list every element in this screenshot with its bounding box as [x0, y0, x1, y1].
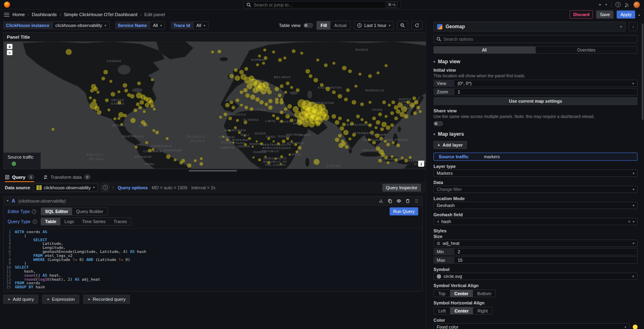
eye-icon[interactable]: [396, 199, 401, 203]
fill-option[interactable]: Fill: [317, 21, 330, 29]
align-top-option[interactable]: Top: [434, 290, 450, 297]
panel-resize-handle[interactable]: [189, 170, 237, 172]
options-search-field[interactable]: [444, 37, 635, 41]
add-layer-button[interactable]: +Add layer: [433, 141, 467, 149]
data-filter-select[interactable]: Change filter▾: [433, 186, 638, 193]
align-left-option[interactable]: Left: [434, 307, 450, 314]
query-type-timeseries[interactable]: Time Series: [78, 218, 109, 225]
breadcrumb-separator: ›: [140, 12, 141, 17]
collapse-options-button[interactable]: ›: [629, 22, 638, 31]
zoom-out-time-button[interactable]: [397, 21, 408, 30]
variable-value-dropdown[interactable]: All▾: [193, 21, 208, 29]
variable-label: ClickHouse instance: [3, 21, 52, 29]
search-field[interactable]: [254, 2, 383, 7]
query-ref-id: A: [12, 198, 15, 204]
table-view-toggle[interactable]: [303, 23, 313, 28]
run-query-button[interactable]: Run Query: [390, 207, 418, 215]
color-select[interactable]: Fixed color▾: [433, 323, 630, 329]
map-layers-section-header[interactable]: ▾Map layers: [433, 131, 638, 137]
layer-type-select[interactable]: Markers▾: [433, 170, 638, 177]
sidebar-scrollbar[interactable]: [642, 23, 644, 120]
map-zoom-out-button[interactable]: −: [7, 50, 12, 55]
max-input[interactable]: [458, 258, 634, 263]
geomap-canvas[interactable]: RUSSIACANADAUNITEDSTATESMEXICOCUBAGUATEM…: [4, 41, 426, 169]
sql-editor[interactable]: 1WITH coords AS2 (3 SELECT4 Latitude,5 L…: [4, 228, 421, 290]
clear-icon[interactable]: ×: [628, 219, 630, 224]
query-type-traces[interactable]: Traces: [109, 218, 131, 225]
info-circle-icon[interactable]: ?: [33, 219, 37, 224]
min-input[interactable]: [458, 249, 634, 254]
search-input[interactable]: ⌘+k: [244, 1, 400, 8]
share-view-toggle[interactable]: [433, 121, 443, 126]
save-button[interactable]: Save: [596, 10, 613, 19]
menu-hamburger-icon[interactable]: [4, 13, 9, 17]
tab-all[interactable]: All: [433, 46, 535, 54]
breadcrumb-dashboard-name[interactable]: Simple ClickHouse OTel Dashboard: [64, 12, 137, 17]
size-field-select[interactable]: ⊞adj_heat▾: [433, 240, 638, 247]
apply-button[interactable]: Apply: [617, 10, 635, 19]
legend-title: Source traffic: [8, 155, 36, 159]
map-attribution-button[interactable]: i: [418, 161, 424, 167]
layer-card-source-traffic[interactable]: Source traffic markers: [433, 153, 638, 161]
query-row-header[interactable]: ▾ A (clickhouse-observability): [4, 197, 422, 205]
location-mode-select[interactable]: Geohash▾: [433, 202, 638, 209]
clear-icon[interactable]: ×: [632, 274, 634, 279]
color-swatch[interactable]: [633, 325, 638, 329]
max-data-points-info: MD = auto = 1909: [152, 185, 187, 190]
tab-overrides[interactable]: Overrides: [535, 46, 638, 54]
align-right-option[interactable]: Right: [473, 307, 492, 314]
discard-button[interactable]: Discard: [570, 10, 593, 19]
breadcrumb-home[interactable]: Home: [12, 12, 25, 17]
visualization-picker[interactable]: Geomap ▾: [433, 22, 625, 31]
breadcrumb-dashboards[interactable]: Dashboards: [32, 12, 57, 17]
time-range-picker[interactable]: Last 1 hour ▾: [354, 21, 394, 30]
expression-button[interactable]: +Expression: [42, 295, 79, 304]
query-inspector-button[interactable]: Query Inspector: [382, 184, 421, 192]
create-button[interactable]: +: [599, 2, 601, 7]
variable-value-dropdown[interactable]: clickhouse-observability▾: [52, 21, 109, 29]
add-query-button[interactable]: +Add query: [3, 295, 38, 304]
align-center-option[interactable]: Center: [450, 307, 473, 314]
view-select[interactable]: (0°, 0°)▾: [454, 80, 638, 87]
help-icon[interactable]: ?: [615, 2, 621, 7]
panel-title[interactable]: Panel Title: [4, 33, 426, 41]
recorded-query-button[interactable]: +Recorded query: [83, 295, 130, 304]
datasource-picker[interactable]: clickhouse-observability ▾: [33, 184, 98, 192]
trash-icon[interactable]: [405, 199, 410, 203]
layer-name[interactable]: Source traffic: [439, 154, 469, 159]
chevron-down-icon: ▾: [633, 188, 634, 191]
actual-option[interactable]: Actual: [330, 21, 350, 29]
chart-icon[interactable]: [379, 199, 384, 203]
variable-value-dropdown[interactable]: All▾: [150, 21, 165, 29]
color-label: Color: [433, 318, 638, 323]
align-center-option[interactable]: Center: [450, 290, 473, 297]
collapse-topbar-icon[interactable]: ▴: [638, 13, 640, 17]
user-avatar[interactable]: [634, 2, 640, 8]
query-type-logs[interactable]: Logs: [60, 218, 78, 225]
tab-query[interactable]: Query 1: [5, 174, 34, 182]
variables-row: ClickHouse instance clickhouse-observabi…: [0, 19, 426, 31]
create-caret-icon[interactable]: ▾: [605, 3, 607, 6]
collapse-query-icon[interactable]: ▾: [7, 199, 8, 203]
tab-transform-data[interactable]: Transform data 0: [43, 174, 91, 182]
geohash-field-select[interactable]: Ahash×▾: [433, 218, 638, 225]
news-rss-icon[interactable]: [625, 2, 630, 7]
align-bottom-option[interactable]: Bottom: [473, 290, 496, 297]
zoom-input[interactable]: [458, 89, 634, 94]
grafana-logo-icon[interactable]: [4, 2, 10, 8]
map-view-section-header[interactable]: ▾Map view: [433, 59, 638, 64]
drag-handle-icon[interactable]: [414, 199, 419, 203]
chevron-down-icon: ▾: [93, 186, 95, 189]
query-builder-option[interactable]: Query Builder: [72, 208, 107, 215]
datasource-help-button[interactable]: ?: [101, 184, 109, 192]
query-options-toggle[interactable]: Query options: [118, 185, 148, 190]
refresh-button[interactable]: [411, 21, 423, 30]
sql-editor-option[interactable]: SQL Editor: [41, 208, 72, 215]
copy-icon[interactable]: [388, 199, 392, 203]
info-circle-icon[interactable]: ?: [32, 209, 36, 214]
query-type-table[interactable]: Table: [41, 218, 60, 225]
symbol-select[interactable]: circle.svg×: [433, 273, 638, 280]
map-zoom-in-button[interactable]: +: [7, 44, 12, 49]
options-search-input[interactable]: [433, 35, 638, 43]
use-current-map-settings-button[interactable]: Use current map settings: [433, 97, 638, 105]
